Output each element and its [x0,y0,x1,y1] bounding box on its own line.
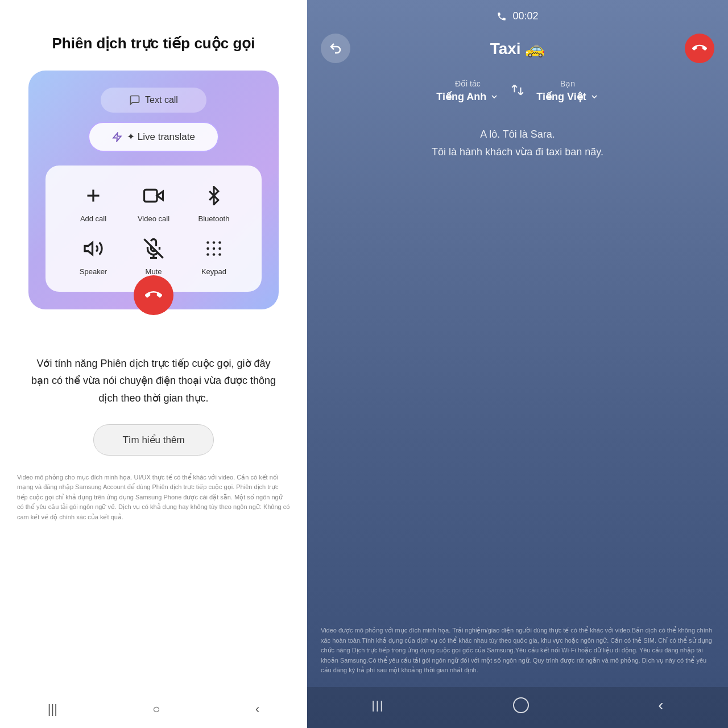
end-call-button-right[interactable] [685,34,714,63]
phone-mockup: Text call ✦ Live translate Add call [28,71,279,309]
page-title: Phiên dịch trực tiếp cuộc gọi [29,0,278,71]
call-header: Taxi 🚕 [307,28,728,75]
you-lang-group: Bạn Tiếng Việt [536,79,598,103]
transcript-area: A lô. Tôi là Sara.Tôi là hành khách vừa … [307,114,728,620]
keypad-icon [200,234,228,263]
add-call-label: Add call [80,214,106,223]
svg-rect-4 [144,190,158,202]
nav-back-icon[interactable]: ‹ [255,702,259,717]
learn-more-button[interactable]: Tìm hiểu thêm [93,424,213,456]
svg-point-12 [206,247,209,250]
video-call-button[interactable]: Video call [126,181,181,223]
svg-marker-0 [113,133,121,141]
live-translate-button[interactable]: ✦ Live translate [88,122,219,152]
svg-point-15 [206,254,209,257]
right-disclaimer: Video được mô phỏng với mục đích minh họ… [307,620,728,687]
svg-point-13 [213,247,216,250]
nav-recent-icon[interactable]: ||| [48,702,57,717]
right-panel: 00:02 Taxi 🚕 Đối tác Tiếng Anh [307,0,728,728]
controls-card: Add call Video call B [46,166,262,292]
end-call-button-left[interactable] [134,275,173,315]
swap-languages-button[interactable] [510,82,525,100]
nav-home-icon-right[interactable] [513,697,529,713]
keypad-button[interactable]: Keypad [187,234,241,276]
you-label: Bạn [560,79,575,88]
text-call-button[interactable]: Text call [101,88,206,113]
nav-bar-right: ||| ‹ [307,687,728,728]
speaker-button[interactable]: Speaker [66,234,121,276]
bluetooth-label: Bluetooth [198,214,230,223]
video-call-icon [139,181,168,210]
svg-point-14 [218,247,221,250]
svg-marker-5 [85,243,93,255]
left-panel: Phiên dịch trực tiếp cuộc gọi Text call … [0,0,307,728]
mute-icon [139,234,168,263]
bluetooth-button[interactable]: Bluetooth [187,181,241,223]
nav-back-icon-right[interactable]: ‹ [658,696,663,714]
add-call-icon [79,181,107,210]
svg-point-9 [206,242,209,245]
video-call-label: Video call [138,214,169,223]
speaker-label: Speaker [80,267,107,276]
live-translate-label: ✦ Live translate [127,131,195,143]
svg-point-16 [213,254,216,257]
svg-point-11 [218,242,221,245]
nav-bar-left: ||| ○ ‹ [0,693,307,728]
speaker-icon [79,234,107,263]
transcript-text: A lô. Tôi là Sara.Tôi là hành khách vừa … [324,126,711,160]
nav-home-icon[interactable]: ○ [152,702,160,717]
status-bar: 00:02 [307,0,728,28]
partner-label: Đối tác [455,79,481,88]
back-button[interactable] [321,34,350,63]
svg-point-17 [218,254,221,257]
bluetooth-icon [200,181,228,210]
language-selector: Đối tác Tiếng Anh Bạn Tiếng Việt [307,75,728,114]
keypad-label: Keypad [201,267,226,276]
left-disclaimer: Video mô phỏng cho mục đích minh họa. UI… [0,473,307,523]
text-call-label: Text call [145,95,178,105]
nav-recent-icon-right[interactable]: ||| [372,699,384,712]
add-call-button[interactable]: Add call [66,181,121,223]
partner-lang-group: Đối tác Tiếng Anh [436,79,499,103]
partner-lang-select[interactable]: Tiếng Anh [436,90,499,103]
call-name: Taxi 🚕 [490,39,545,58]
svg-point-10 [213,242,216,245]
mute-button[interactable]: Mute [126,234,181,276]
you-lang-select[interactable]: Tiếng Việt [536,90,598,103]
description-text: Với tính năng Phiên dịch trực tiếp cuộc … [0,309,307,424]
call-timer: 00:02 [512,10,538,22]
